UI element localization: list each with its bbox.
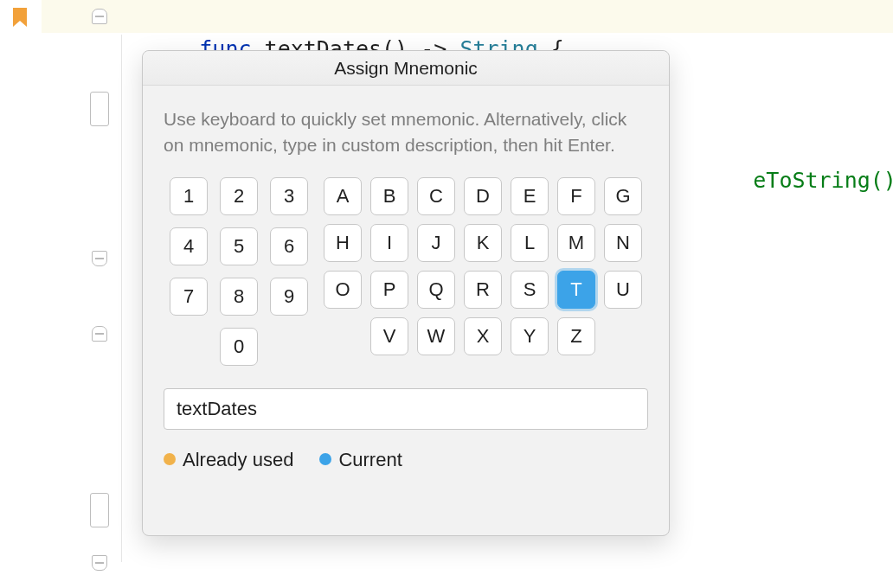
mnemonic-key-a[interactable]: A: [324, 177, 362, 215]
popup-title: Assign Mnemonic: [143, 51, 669, 86]
legend-current: Current: [319, 449, 402, 471]
string-literal-tail: eToString())": [753, 168, 893, 193]
mnemonic-key-q[interactable]: Q: [417, 271, 455, 309]
mnemonic-key-1[interactable]: 1: [170, 177, 208, 215]
mnemonic-key-7[interactable]: 7: [170, 278, 208, 316]
legend: Already used Current: [164, 449, 648, 471]
mnemonic-key-2[interactable]: 2: [220, 177, 258, 215]
mnemonic-key-h[interactable]: H: [324, 224, 362, 262]
mnemonic-key-u[interactable]: U: [604, 271, 642, 309]
mnemonic-key-4[interactable]: 4: [170, 227, 208, 265]
legend-already-used: Already used: [164, 449, 293, 471]
mnemonic-key-c[interactable]: C: [417, 177, 455, 215]
mnemonic-key-grid: 1234567890 ABCDEFGHIJKLMNOPQRSTUVWXYZ: [164, 177, 648, 366]
assign-mnemonic-popup: Assign Mnemonic Use keyboard to quickly …: [142, 50, 670, 536]
mnemonic-key-3[interactable]: 3: [270, 177, 308, 215]
mnemonic-key-6[interactable]: 6: [270, 227, 308, 265]
mnemonic-key-l[interactable]: L: [511, 224, 549, 262]
mnemonic-key-j[interactable]: J: [417, 224, 455, 262]
mnemonic-key-x[interactable]: X: [464, 317, 502, 355]
mnemonic-key-y[interactable]: Y: [511, 317, 549, 355]
mnemonic-key-i[interactable]: I: [370, 224, 408, 262]
fold-strip: [42, 0, 69, 588]
mnemonic-key-o[interactable]: O: [324, 271, 362, 309]
mnemonic-key-r[interactable]: R: [464, 271, 502, 309]
mnemonic-key-e[interactable]: E: [511, 177, 549, 215]
mnemonic-key-s[interactable]: S: [511, 271, 549, 309]
mnemonic-key-v[interactable]: V: [370, 317, 408, 355]
mnemonic-key-f[interactable]: F: [557, 177, 595, 215]
popup-instructions: Use keyboard to quickly set mnemonic. Al…: [164, 106, 648, 158]
mnemonic-key-8[interactable]: 8: [220, 278, 258, 316]
legend-dot-current-icon: [319, 453, 331, 465]
mnemonic-key-m[interactable]: M: [557, 224, 595, 262]
gutter: [0, 0, 42, 588]
mnemonic-key-d[interactable]: D: [464, 177, 502, 215]
mnemonic-key-0[interactable]: 0: [220, 328, 258, 366]
mnemonic-key-z[interactable]: Z: [557, 317, 595, 355]
mnemonic-key-g[interactable]: G: [604, 177, 642, 215]
mnemonic-key-w[interactable]: W: [417, 317, 455, 355]
legend-dot-used-icon: [164, 453, 176, 465]
bookmark-icon[interactable]: [12, 8, 28, 27]
mnemonic-key-5[interactable]: 5: [220, 227, 258, 265]
editor-area: func textDates() -> String { eToString()…: [0, 0, 893, 588]
mnemonic-key-p[interactable]: P: [370, 271, 408, 309]
mnemonic-key-k[interactable]: K: [464, 224, 502, 262]
mnemonic-key-9[interactable]: 9: [270, 278, 308, 316]
mnemonic-key-n[interactable]: N: [604, 224, 642, 262]
mnemonic-key-t[interactable]: T: [557, 271, 595, 309]
mnemonic-description-input[interactable]: [164, 388, 648, 430]
popup-body: Use keyboard to quickly set mnemonic. Al…: [143, 86, 669, 487]
mnemonic-key-b[interactable]: B: [370, 177, 408, 215]
